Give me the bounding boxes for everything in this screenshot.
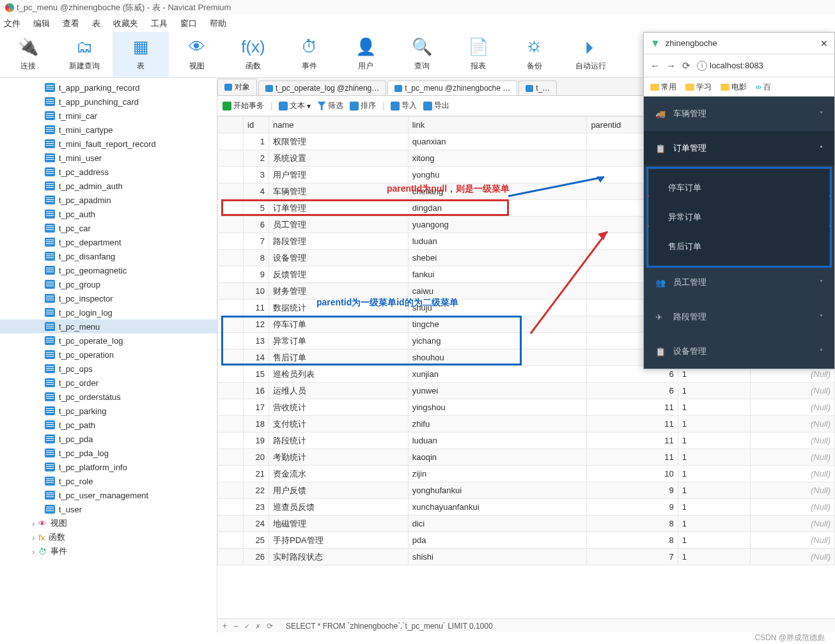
menu-表[interactable]: 表 <box>92 18 100 29</box>
tab[interactable]: t_pc_menu @zhinengboche … <box>387 80 517 95</box>
table-row[interactable]: 18支付统计zhifu111(Null) <box>218 416 835 433</box>
webapp-submenu-售后订单[interactable]: 售后订单 <box>649 232 829 261</box>
tree-item-t_user[interactable]: t_user <box>0 502 217 516</box>
tool-连接[interactable]: 🔌连接 <box>0 32 56 77</box>
back-button[interactable]: ← <box>650 60 660 71</box>
table-row[interactable]: 17营收统计yingshou111(Null) <box>218 399 835 416</box>
tree-item-t_pc_inspector[interactable]: t_pc_inspector <box>0 291 217 305</box>
tree-item-t_pc_pda[interactable]: t_pc_pda <box>0 432 217 446</box>
cancel-button[interactable]: ✗ <box>256 622 260 631</box>
bookmark-常用[interactable]: 常用 <box>650 82 676 93</box>
tree-item-t_pc_parking[interactable]: t_pc_parking <box>0 404 217 418</box>
commit-button[interactable]: ✓ <box>244 622 249 631</box>
webapp-menu-设备管理[interactable]: 📋设备管理˅ <box>644 334 834 369</box>
menu-帮助[interactable]: 帮助 <box>210 18 226 29</box>
tree-item-t_mini_car[interactable]: t_mini_car <box>0 109 217 123</box>
tree-item-t_mini_fault_report_record[interactable]: t_mini_fault_report_record <box>0 137 217 151</box>
bookmark-电影[interactable]: 电影 <box>721 82 747 93</box>
tree-item-t_pc_orderstatus[interactable]: t_pc_orderstatus <box>0 390 217 404</box>
bookmark-学习[interactable]: 学习 <box>685 82 712 93</box>
col-header-link[interactable]: link <box>408 117 587 134</box>
import-button[interactable]: 导入 <box>391 100 417 111</box>
col-header-id[interactable]: id <box>244 117 269 134</box>
tree-footer-视图[interactable]: ›👁视图 <box>0 516 217 530</box>
tool-事件[interactable]: ⏱事件 <box>281 32 338 77</box>
tree-item-t_pc_car[interactable]: t_pc_car <box>0 221 217 235</box>
tool-函数[interactable]: f(x)函数 <box>225 32 281 77</box>
table-row[interactable]: 16运维人员yunwei61(Null) <box>218 383 835 399</box>
add-row-button[interactable]: + <box>222 622 227 631</box>
table-row[interactable]: 22用户反馈yonghufankui91(Null) <box>218 482 835 499</box>
tree-item-t_pc_ops[interactable]: t_pc_ops <box>0 362 217 376</box>
tree-item-t_pc_pda_log[interactable]: t_pc_pda_log <box>0 446 217 460</box>
address-bar[interactable]: i localhost:8083 <box>697 61 828 71</box>
sort-button[interactable]: 排序 <box>350 100 376 111</box>
tree-item-t_pc_menu[interactable]: t_pc_menu <box>0 319 217 334</box>
tree-item-t_pc_address[interactable]: t_pc_address <box>0 165 217 179</box>
menu-文件[interactable]: 文件 <box>4 18 20 29</box>
menu-窗口[interactable]: 窗口 <box>180 18 197 29</box>
table-row[interactable]: 24地磁管理dici81(Null) <box>218 516 835 532</box>
forward-button[interactable]: → <box>666 60 676 71</box>
tree-item-t_pc_admin_auth[interactable]: t_pc_admin_auth <box>0 179 217 193</box>
tree-item-t_pc_geomagnetic[interactable]: t_pc_geomagnetic <box>0 263 217 277</box>
tree-item-t_pc_role[interactable]: t_pc_role <box>0 474 217 488</box>
tree-item-t_mini_cartype[interactable]: t_mini_cartype <box>0 123 217 137</box>
col-header-name[interactable]: name <box>269 117 409 134</box>
site-info-icon[interactable]: i <box>697 61 707 71</box>
sidebar-tree[interactable]: t_app_parking_recordt_app_punching_cardt… <box>0 78 217 632</box>
tool-视图[interactable]: 👁视图 <box>169 32 225 77</box>
webapp-menu-员工管理[interactable]: 👥员工管理˅ <box>644 265 834 300</box>
table-row[interactable]: 19路段统计luduan111(Null) <box>218 433 835 449</box>
tab[interactable]: 对象 <box>217 79 257 95</box>
table-row[interactable]: 23巡查员反馈xunchayuanfankui91(Null) <box>218 499 835 516</box>
table-row[interactable]: 20考勤统计kaoqin111(Null) <box>218 449 835 466</box>
menu-查看[interactable]: 查看 <box>63 18 79 29</box>
webapp-menu-车辆管理[interactable]: 🚚车辆管理˅ <box>644 96 834 131</box>
tree-item-t_pc_path[interactable]: t_pc_path <box>0 418 217 432</box>
tool-报表[interactable]: 📄报表 <box>450 32 506 77</box>
tree-item-t_pc_disanfang[interactable]: t_pc_disanfang <box>0 249 217 263</box>
text-button[interactable]: 文本 ▾ <box>279 100 311 111</box>
menu-编辑[interactable]: 编辑 <box>33 18 50 29</box>
table-row[interactable]: 25手持PDA管理pda81(Null) <box>218 532 835 549</box>
tool-表[interactable]: ▦表 <box>113 32 169 77</box>
tree-item-t_pc_login_log[interactable]: t_pc_login_log <box>0 305 217 319</box>
tab[interactable]: t_… <box>519 80 557 95</box>
tree-item-t_pc_platform_info[interactable]: t_pc_platform_info <box>0 460 217 474</box>
tree-item-t_pc_operate_log[interactable]: t_pc_operate_log <box>0 334 217 348</box>
webapp-submenu-异常订单[interactable]: 异常订单 <box>649 203 829 232</box>
webapp-submenu-停车订单[interactable]: 停车订单 <box>649 173 829 203</box>
tree-item-t_app_parking_record[interactable]: t_app_parking_record <box>0 80 217 95</box>
tree-item-t_pc_apadmin[interactable]: t_pc_apadmin <box>0 193 217 207</box>
tool-备份[interactable]: ⛭备份 <box>506 32 563 77</box>
webapp-menu-订单管理[interactable]: 📋订单管理˄ <box>644 131 834 165</box>
export-button[interactable]: 导出 <box>423 100 449 111</box>
tree-item-t_pc_department[interactable]: t_pc_department <box>0 235 217 249</box>
reload-button[interactable]: ⟳ <box>682 60 691 72</box>
menu-收藏夹[interactable]: 收藏夹 <box>113 18 138 29</box>
refresh-button[interactable]: ⟳ <box>267 622 273 631</box>
tree-footer-函数[interactable]: ›fx函数 <box>0 530 217 544</box>
tree-item-t_mini_user[interactable]: t_mini_user <box>0 151 217 165</box>
tree-item-t_pc_operation[interactable]: t_pc_operation <box>0 348 217 362</box>
tool-用户[interactable]: 👤用户 <box>338 32 394 77</box>
tree-footer-事件[interactable]: ›⏱事件 <box>0 544 217 558</box>
filter-button[interactable]: 筛选 <box>317 100 343 111</box>
close-icon[interactable]: ✕ <box>820 38 828 49</box>
tool-新建查询[interactable]: 🗂新建查询 <box>56 32 113 77</box>
bookmark-百[interactable]: ∞百 <box>756 82 771 93</box>
tab[interactable]: t_pc_operate_log @zhineng… <box>258 80 386 95</box>
tool-自动运行[interactable]: ⏵自动运行 <box>563 32 619 77</box>
table-row[interactable]: 26实时路段状态shishi71(Null) <box>218 549 835 565</box>
webapp-menu-路段管理[interactable]: ✈路段管理˅ <box>644 300 834 334</box>
tree-item-t_pc_auth[interactable]: t_pc_auth <box>0 207 217 221</box>
browser-tab[interactable]: ▼ zhinengboche ✕ <box>644 33 834 54</box>
remove-row-button[interactable]: − <box>233 622 238 631</box>
begin-transaction-button[interactable]: 开始事务 <box>222 100 264 111</box>
tool-查询[interactable]: 🔍查询 <box>394 32 450 77</box>
tree-item-t_pc_group[interactable]: t_pc_group <box>0 277 217 291</box>
tree-item-t_pc_user_management[interactable]: t_pc_user_management <box>0 488 217 502</box>
tree-item-t_pc_order[interactable]: t_pc_order <box>0 376 217 390</box>
table-row[interactable]: 21资金流水zijin101(Null) <box>218 466 835 482</box>
